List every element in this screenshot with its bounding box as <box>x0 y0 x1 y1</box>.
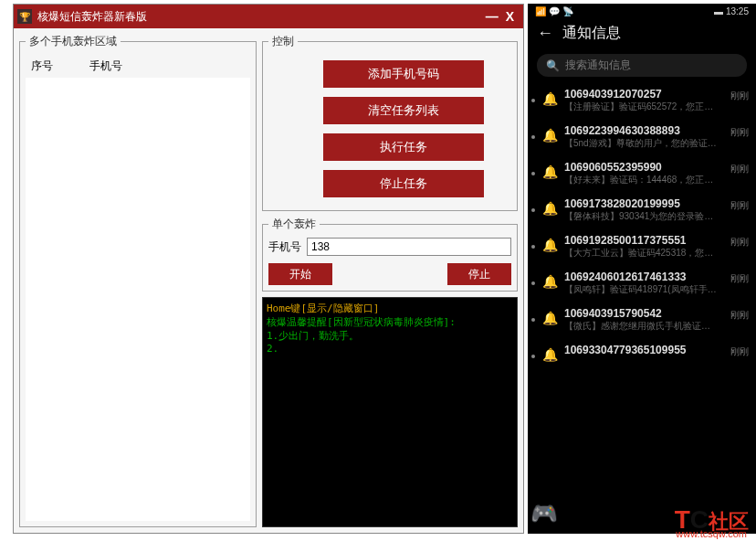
unread-dot <box>531 135 535 139</box>
notification-number: 1069403915790542 <box>564 307 723 320</box>
watermark-logo: 🎮 <box>526 495 562 532</box>
notification-text: 【5nd游戏】尊敬的用户，您的验证… <box>564 137 723 150</box>
watermark-url: www.tcsqw.com <box>676 528 747 539</box>
bell-icon: 🔔 <box>541 238 559 252</box>
back-icon[interactable]: ← <box>537 24 553 43</box>
notification-number: 10691928500117375551 <box>564 234 723 247</box>
notification-number: 1069173828020199995 <box>564 197 723 210</box>
notification-item[interactable]: 🔔10693304779365109955刚刚 <box>528 338 756 367</box>
page-title: 通知信息 <box>562 24 621 43</box>
unread-dot <box>531 281 535 285</box>
notification-item[interactable]: 🔔1069173828020199995【磐体科技】930341为您的登录验…刚… <box>528 192 756 228</box>
search-placeholder: 搜索通知信息 <box>565 58 631 73</box>
notification-time: 刚刚 <box>730 126 749 139</box>
search-input[interactable]: 🔍 搜索通知信息 <box>537 54 747 77</box>
run-task-button[interactable]: 执行任务 <box>323 133 484 161</box>
notification-time: 刚刚 <box>730 90 749 102</box>
bell-icon: 🔔 <box>541 311 559 325</box>
single-phone-input[interactable] <box>307 238 511 256</box>
unread-dot <box>531 99 535 102</box>
notification-text: 【注册验证】验证码652572，您正… <box>564 101 723 113</box>
bell-icon: 🔔 <box>541 164 559 179</box>
bell-icon: 🔔 <box>541 201 559 216</box>
close-button[interactable]: X <box>506 9 514 24</box>
add-phone-button[interactable]: 添加手机号码 <box>323 60 484 88</box>
wifi-icon: 📡 <box>562 6 573 16</box>
notification-item[interactable]: 🔔1069060552395990【好未来】验证码：144468，您正…刚刚 <box>528 155 756 192</box>
bell-icon: 🔔 <box>541 347 559 362</box>
titlebar[interactable]: 🏆 核爆短信轰炸器新春版 — X <box>14 5 523 28</box>
search-icon: 🔍 <box>546 59 560 72</box>
app-body: 多个手机轰炸区域 序号 手机号 控制 添加手机号码 清空任务列表 执行任务 停止… <box>14 28 523 533</box>
notification-item[interactable]: 🔔10692406012617461333【凤鸣轩】验证码418971(凤鸣轩手… <box>528 265 756 302</box>
stop-task-button[interactable]: 停止任务 <box>323 170 484 197</box>
notification-number: 1069223994630388893 <box>564 124 723 137</box>
notification-time: 刚刚 <box>730 163 749 175</box>
bell-icon: 🔔 <box>541 128 559 143</box>
console: Home键[显示/隐藏窗口] 核爆温馨提醒[因新型冠状病毒肺炎疫情]: 1.少出… <box>262 297 518 527</box>
single-label: 手机号 <box>268 239 301 255</box>
unread-dot <box>531 245 535 249</box>
phone-list[interactable] <box>26 78 250 521</box>
notification-text: 【磐体科技】930341为您的登录验… <box>564 210 723 223</box>
notification-text: 【大方工业云】验证码425318，您… <box>564 247 723 260</box>
single-bomb-group: 单个轰炸 手机号 开始 停止 <box>262 217 518 292</box>
unread-dot <box>531 172 535 175</box>
col-index: 序号 <box>31 58 53 74</box>
unread-dot <box>531 355 535 358</box>
notification-text: 【微氏】感谢您继用微氏手机验证… <box>564 320 723 333</box>
notification-text: 【凤鸣轩】验证码418971(凤鸣轩手… <box>564 283 723 296</box>
notification-time: 刚刚 <box>730 236 749 249</box>
notification-time: 刚刚 <box>730 199 749 212</box>
bell-icon: 🔔 <box>541 274 559 289</box>
notification-number: 1069060552395990 <box>564 161 723 174</box>
bell-icon: 🔔 <box>541 91 559 106</box>
app-icon: 🏆 <box>17 9 32 24</box>
notification-time: 刚刚 <box>730 272 749 285</box>
notification-number: 1069403912070257 <box>564 88 723 101</box>
single-stop-button[interactable]: 停止 <box>447 263 511 285</box>
control-legend: 控制 <box>268 34 298 49</box>
col-phone: 手机号 <box>89 58 122 74</box>
notification-time: 刚刚 <box>730 345 749 358</box>
phone-screen: 📶 💬 📡 ▬ 13:25 ← 通知信息 🔍 搜索通知信息 🔔106940391… <box>528 4 756 534</box>
console-line1: Home键[显示/隐藏窗口] <box>267 302 379 314</box>
signal-icon: 📶 <box>535 6 546 16</box>
app-title: 核爆短信轰炸器新春版 <box>37 9 486 25</box>
single-legend: 单个轰炸 <box>268 217 320 232</box>
notification-item[interactable]: 🔔1069403912070257【注册验证】验证码652572，您正…刚刚 <box>528 82 756 119</box>
unread-dot <box>531 208 535 212</box>
clear-tasks-button[interactable]: 清空任务列表 <box>323 97 484 124</box>
multi-bomb-group: 多个手机轰炸区域 序号 手机号 <box>19 34 257 527</box>
notification-item[interactable]: 🔔1069403915790542【微氏】感谢您继用微氏手机验证…刚刚 <box>528 302 756 338</box>
notification-item[interactable]: 🔔10691928500117375551【大方工业云】验证码425318，您…… <box>528 228 756 265</box>
app-window: 🏆 核爆短信轰炸器新春版 — X 多个手机轰炸区域 序号 手机号 控制 添加手机… <box>13 4 524 534</box>
notification-text: 【好未来】验证码：144468，您正… <box>564 174 723 186</box>
speech-icon: 💬 <box>549 6 560 16</box>
notification-time: 刚刚 <box>730 309 749 322</box>
unread-dot <box>531 318 535 322</box>
single-start-button[interactable]: 开始 <box>268 263 332 285</box>
minimize-button[interactable]: — <box>486 9 499 24</box>
clock: 13:25 <box>726 6 749 16</box>
notification-number: 10693304779365109955 <box>564 344 723 356</box>
notification-list: 🔔1069403912070257【注册验证】验证码652572，您正…刚刚🔔1… <box>528 82 756 367</box>
console-line2: 核爆温馨提醒[因新型冠状病毒肺炎疫情]: 1.少出门，勤洗手。 2. <box>267 316 456 355</box>
page-header: ← 通知信息 <box>528 16 756 50</box>
battery-icon: ▬ <box>714 6 723 16</box>
notification-number: 10692406012617461333 <box>564 270 723 283</box>
notification-item[interactable]: 🔔1069223994630388893【5nd游戏】尊敬的用户，您的验证…刚刚 <box>528 119 756 155</box>
multi-legend: 多个手机轰炸区域 <box>26 34 121 49</box>
control-group: 控制 添加手机号码 清空任务列表 执行任务 停止任务 <box>262 34 518 211</box>
statusbar: 📶 💬 📡 ▬ 13:25 <box>528 4 756 16</box>
list-header: 序号 手机号 <box>26 55 250 78</box>
